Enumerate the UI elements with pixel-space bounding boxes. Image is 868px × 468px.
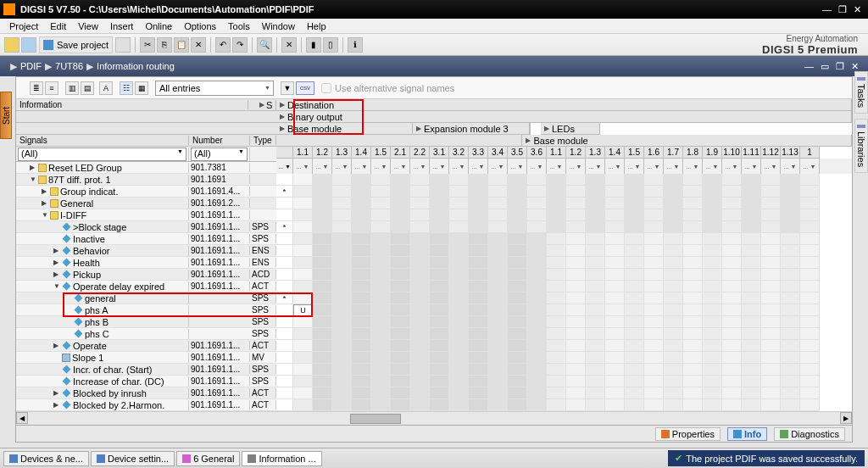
bo-cell[interactable] (293, 269, 313, 281)
bo-cell[interactable] (313, 257, 332, 269)
filter-col[interactable]: ... ▼ (683, 159, 703, 174)
rows-icon[interactable]: ▤ (81, 81, 94, 95)
bo-cell[interactable] (703, 304, 722, 316)
bo-cell[interactable] (664, 257, 683, 269)
col-header-1.5[interactable]: 1.5 (371, 147, 391, 159)
col-header-1.2[interactable]: 1.2 (313, 147, 332, 159)
bo-cell[interactable] (742, 364, 761, 376)
bo-cell[interactable] (703, 340, 722, 352)
minimize-button[interactable]: — (819, 4, 835, 14)
crumb-pdif[interactable]: PDIF (20, 61, 42, 71)
bo-cell[interactable] (293, 221, 313, 233)
bo-cell[interactable] (644, 316, 664, 328)
bo-cell[interactable] (371, 198, 391, 209)
bo-cell[interactable] (430, 281, 449, 292)
search-icon[interactable]: 🔍 (257, 37, 272, 53)
bo-cell[interactable] (547, 364, 566, 376)
bo-cell[interactable] (352, 328, 371, 340)
filter-col[interactable]: ... ▼ (527, 159, 547, 174)
menu-window[interactable]: Window (256, 21, 301, 31)
bo-cell[interactable] (352, 174, 371, 186)
filter-number[interactable]: (All)▼ (191, 148, 248, 161)
bo-cell[interactable] (586, 174, 605, 186)
col-header-1.11[interactable]: 1.11 (742, 147, 761, 159)
bo-cell[interactable] (469, 245, 488, 257)
tree-row[interactable]: Slope 1901.1691.1...MV (16, 352, 276, 364)
bo-cell[interactable] (449, 376, 469, 387)
bo-cell[interactable] (703, 399, 722, 411)
bo-cell[interactable] (469, 209, 488, 221)
bo-cell[interactable] (410, 292, 430, 304)
bo-cell[interactable] (800, 352, 820, 364)
tree-row[interactable]: phs BSPS (16, 316, 276, 328)
menu-options[interactable]: Options (178, 21, 222, 31)
col-header-1.5[interactable]: 1.5 (625, 147, 644, 159)
bo-cell[interactable] (566, 376, 586, 387)
toggle1-icon[interactable]: ▮ (306, 37, 321, 53)
tree-expander[interactable]: ▶ (53, 259, 62, 266)
bo-cell[interactable] (313, 209, 332, 221)
bo-cell[interactable] (761, 245, 781, 257)
bo-cell[interactable] (586, 221, 605, 233)
bo-cell[interactable] (703, 352, 722, 364)
bo-cell[interactable] (488, 233, 508, 245)
bo-cell[interactable] (800, 340, 820, 352)
bo-cell[interactable] (410, 174, 430, 186)
bo-cell[interactable] (488, 281, 508, 292)
bo-cell[interactable] (313, 387, 332, 399)
bo-cell[interactable] (625, 209, 644, 221)
bo-cell[interactable] (430, 209, 449, 221)
bo-cell[interactable] (430, 186, 449, 198)
bo-cell[interactable] (449, 292, 469, 304)
bo-cell[interactable] (664, 376, 683, 387)
bo-cell[interactable] (664, 209, 683, 221)
bo-cell[interactable] (527, 221, 547, 233)
bo-cell[interactable] (703, 257, 722, 269)
bo-cell[interactable] (410, 186, 430, 198)
col-header-1.10[interactable]: 1.10 (722, 147, 742, 159)
bo-cell[interactable] (722, 292, 742, 304)
bo-cell[interactable] (508, 257, 527, 269)
bo-cell[interactable] (761, 292, 781, 304)
bo-cell[interactable] (449, 328, 469, 340)
bo-cell[interactable] (664, 245, 683, 257)
bo-cell[interactable] (527, 376, 547, 387)
bo-cell[interactable] (781, 399, 800, 411)
bo-cell[interactable] (547, 304, 566, 316)
bo-cell[interactable] (605, 399, 625, 411)
redo-icon[interactable]: ↷ (232, 37, 248, 53)
disconnect-icon[interactable]: ✕ (281, 37, 297, 53)
csv-export-button[interactable]: csv (296, 81, 314, 95)
bo-cell[interactable] (761, 399, 781, 411)
bo-cell[interactable] (508, 364, 527, 376)
bo-cell[interactable] (449, 269, 469, 281)
bo-cell[interactable] (664, 233, 683, 245)
bo-cell[interactable] (781, 281, 800, 292)
filter-col[interactable]: ... ▼ (722, 159, 742, 174)
bo-cell[interactable] (781, 376, 800, 387)
bo-cell[interactable] (703, 364, 722, 376)
bo-cell[interactable] (469, 316, 488, 328)
bo-cell[interactable] (391, 174, 410, 186)
bo-cell[interactable] (547, 269, 566, 281)
bo-cell[interactable] (449, 233, 469, 245)
bo-cell[interactable] (781, 209, 800, 221)
list-icon[interactable]: ☷ (120, 81, 133, 95)
bo-cell[interactable] (352, 316, 371, 328)
bo-cell[interactable] (352, 292, 371, 304)
bo-cell[interactable] (644, 209, 664, 221)
bo-cell[interactable] (508, 387, 527, 399)
bo-cell[interactable] (605, 257, 625, 269)
bo-cell[interactable] (371, 174, 391, 186)
tree-expander[interactable]: ▶ (53, 270, 62, 278)
tree-expander[interactable]: ▶ (42, 187, 50, 195)
bo-cell[interactable] (313, 221, 332, 233)
bo-cell[interactable] (430, 399, 449, 411)
tree-expander[interactable]: ▶ (30, 164, 38, 171)
bo-cell[interactable] (293, 233, 313, 245)
bo-cell[interactable] (527, 269, 547, 281)
tree-expander[interactable]: ▶ (42, 199, 50, 207)
col-header-1.12[interactable]: 1.12 (761, 147, 781, 159)
col-header-3.1[interactable]: 3.1 (430, 147, 449, 159)
bo-cell[interactable] (527, 209, 547, 221)
